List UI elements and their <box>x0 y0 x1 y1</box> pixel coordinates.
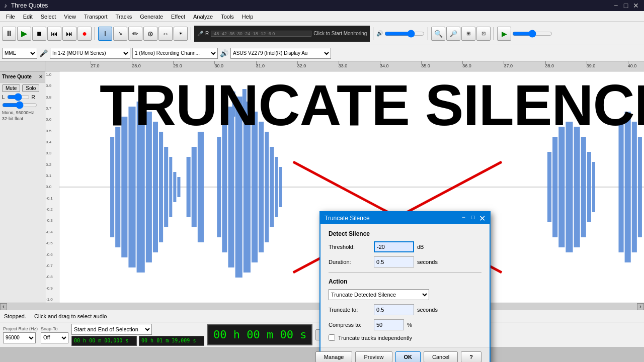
truncate-silence-dialog: Truncate Silence − □ ✕ Detect Silence Th… <box>319 211 491 362</box>
play-looped-button[interactable]: ▶ <box>497 27 511 41</box>
scroll-right-button[interactable]: › <box>637 303 644 310</box>
svg-rect-4 <box>128 107 135 267</box>
project-rate-select[interactable]: 96000 44100 48000 <box>3 332 36 343</box>
minimize-button[interactable]: − <box>612 2 620 10</box>
svg-rect-13 <box>187 157 191 217</box>
ruler-tick-33.0: 33.0 <box>339 63 348 68</box>
svg-rect-24 <box>270 147 274 227</box>
ruler-tick-29.0: 29.0 <box>173 63 182 68</box>
help-button[interactable]: ? <box>461 351 481 362</box>
db-0.4: 0.4 <box>46 140 58 144</box>
snap-to-select[interactable]: Off On <box>41 332 68 343</box>
draw-tool-button[interactable]: ✏ <box>128 27 142 41</box>
compress-to-input[interactable] <box>374 319 404 330</box>
menu-analyze[interactable]: Analyze <box>189 13 217 21</box>
dialog-close-button[interactable]: ✕ <box>479 214 486 223</box>
stop-button[interactable]: ■ <box>32 27 46 41</box>
manage-button[interactable]: Manage <box>315 351 353 362</box>
close-button[interactable]: ✕ <box>632 2 640 10</box>
db-n0.8: -0.8 <box>46 275 58 279</box>
action-dropdown[interactable]: Truncate Detected Silence Compress Detec… <box>329 289 429 300</box>
db-0.5: 0.5 <box>46 129 58 133</box>
duration-input[interactable] <box>374 256 414 267</box>
channel-select[interactable]: 1 (Mono) Recording Chann... <box>132 48 218 59</box>
selection-type-select[interactable]: Start and End of Selection <box>71 324 152 335</box>
multi-tool-button[interactable]: ✶ <box>174 27 188 41</box>
mute-button[interactable]: Mute <box>2 84 20 92</box>
db-scale: 1.0 0.9 0.8 0.7 0.6 0.5 0.4 0.3 0.2 0.1 … <box>45 71 59 303</box>
fit-project-button[interactable]: ⊞ <box>461 27 475 41</box>
svg-rect-26 <box>279 167 282 207</box>
menu-file[interactable]: File <box>2 13 19 21</box>
skip-forward-button[interactable]: ⏭ <box>62 27 76 41</box>
output-device-select[interactable]: ASUS VZ279 (Intel(R) Display Au <box>230 48 331 59</box>
svg-rect-38 <box>592 162 595 212</box>
play-button[interactable]: ▶ <box>17 27 31 41</box>
menu-edit[interactable]: Edit <box>19 13 37 21</box>
select-tool-button[interactable]: I <box>98 27 112 41</box>
snap-to-label: Snap-To <box>41 326 58 331</box>
record-button[interactable]: ● <box>77 27 92 41</box>
svg-rect-35 <box>574 127 580 247</box>
menu-tools[interactable]: Tools <box>217 13 238 21</box>
truncate-to-input[interactable] <box>374 304 414 315</box>
menu-generate[interactable]: Generate <box>136 13 167 21</box>
menu-transport[interactable]: Transport <box>80 13 112 21</box>
menu-view[interactable]: View <box>60 13 80 21</box>
threshold-input[interactable] <box>374 241 414 252</box>
svg-rect-18 <box>228 107 234 267</box>
truncate-independently-checkbox[interactable] <box>329 334 335 341</box>
timeshift-tool-button[interactable]: ↔ <box>158 27 173 41</box>
duration-label: Duration: <box>329 259 374 265</box>
svg-rect-3 <box>121 117 127 257</box>
svg-rect-33 <box>558 127 565 247</box>
truncate-to-unit: seconds <box>417 307 438 313</box>
ok-button[interactable]: OK <box>395 351 421 362</box>
ruler-tick-34.0: 34.0 <box>380 63 389 68</box>
maximize-button[interactable]: □ <box>622 2 630 10</box>
menu-select[interactable]: Select <box>37 13 60 21</box>
compress-to-unit: % <box>407 322 412 328</box>
end-time-display: 00 h 01 m 39,009 s <box>139 336 204 346</box>
pan-slider[interactable] <box>7 94 30 100</box>
dialog-maximize-button[interactable]: □ <box>469 214 477 223</box>
start-time-display: 00 h 00 m 00,000 s <box>71 336 137 346</box>
driver-select[interactable]: MME <box>2 48 37 59</box>
project-rate-group: Project Rate (Hz) 96000 44100 48000 <box>3 326 38 343</box>
zoom-in-button[interactable]: 🔍 <box>431 27 445 41</box>
zoom-out-button[interactable]: 🔎 <box>446 27 460 41</box>
cancel-button[interactable]: Cancel <box>424 351 458 362</box>
solo-button[interactable]: Solo <box>22 84 39 92</box>
menu-help[interactable]: Help <box>238 13 258 21</box>
preview-button[interactable]: Preview <box>355 351 392 362</box>
svg-rect-39 <box>618 122 623 252</box>
db-n0.2: -0.2 <box>46 207 58 212</box>
scroll-left-button[interactable]: ‹ <box>0 303 7 310</box>
checkbox-row: Truncate tracks independently <box>329 334 481 341</box>
db-n0.1: -0.1 <box>46 196 58 201</box>
track-close-icon[interactable]: ✕ <box>39 74 43 79</box>
ruler-tick-31.0: 31.0 <box>256 63 265 68</box>
meter-label: R <box>205 31 209 36</box>
db-n0.7: -0.7 <box>46 263 58 268</box>
skip-back-button[interactable]: ⏮ <box>47 27 61 41</box>
zoom-sel-button[interactable]: ⊡ <box>476 27 491 41</box>
input-device-select[interactable]: In 1-2 (MOTU M Series) <box>50 48 130 59</box>
svg-rect-41 <box>632 122 637 252</box>
menu-tracks[interactable]: Tracks <box>112 13 136 21</box>
volume-slider[interactable] <box>384 30 425 38</box>
db-0.0: 0.0 <box>46 185 58 189</box>
svg-rect-36 <box>581 137 586 237</box>
dialog-minimize-button[interactable]: − <box>460 214 467 223</box>
dialog-buttons: Manage Preview OK Cancel ? <box>320 347 490 362</box>
gain-slider[interactable] <box>2 102 37 108</box>
detect-section-header: Detect Silence <box>329 230 481 237</box>
zoom-tool-button[interactable]: ⊕ <box>143 27 157 41</box>
db-0.2: 0.2 <box>46 162 58 167</box>
play-slider[interactable] <box>512 30 552 38</box>
pause-button[interactable]: ⏸ <box>2 27 16 41</box>
main-toolbar: ⏸ ▶ ■ ⏮ ⏭ ● I ∿ ✏ ⊕ ↔ ✶ 🎤 R -48 -42 -36 … <box>0 22 644 45</box>
svg-rect-16 <box>217 137 221 237</box>
menu-effect[interactable]: Effect <box>167 13 189 21</box>
envelope-tool-button[interactable]: ∿ <box>113 27 127 41</box>
